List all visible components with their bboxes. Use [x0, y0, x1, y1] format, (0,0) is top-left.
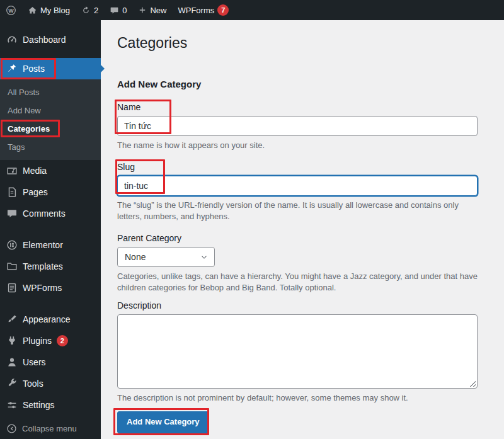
- pages-icon: [6, 186, 18, 198]
- chevron-down-icon: [200, 253, 209, 261]
- submenu-item-add-new[interactable]: Add New: [0, 101, 101, 120]
- sidebar-item-label: Tools: [23, 379, 43, 389]
- elementor-icon: [6, 239, 18, 251]
- sidebar-item-posts[interactable]: Posts: [0, 58, 101, 79]
- slug-field-group: Slug The “slug” is the URL-friendly vers…: [117, 161, 478, 222]
- description-textarea[interactable]: [117, 314, 478, 389]
- sidebar-item-label: Comments: [23, 208, 66, 219]
- settings-icon: [6, 399, 18, 411]
- page-title: Categories: [117, 33, 478, 53]
- media-icon: [6, 165, 18, 176]
- svg-text:W: W: [8, 7, 14, 13]
- sidebar-item-templates[interactable]: Templates: [0, 256, 101, 277]
- sidebar-item-elementor[interactable]: Elementor: [0, 234, 101, 256]
- submenu-item-all-posts[interactable]: All Posts: [0, 83, 101, 101]
- site-name-link[interactable]: My Blog: [22, 0, 76, 20]
- dashboard-icon: [6, 34, 18, 45]
- new-label: New: [150, 6, 166, 15]
- slug-help-text: The “slug” is the URL-friendly version o…: [117, 200, 478, 222]
- name-field-group: Name The name is how it appears on your …: [117, 101, 478, 151]
- users-icon: [6, 356, 18, 368]
- comments-count: 0: [122, 6, 127, 15]
- slug-input[interactable]: [117, 176, 478, 196]
- parent-category-selected-value: None: [125, 252, 146, 262]
- sidebar-item-tools[interactable]: Tools: [0, 373, 101, 394]
- sidebar-item-label: Templates: [23, 261, 63, 271]
- sidebar-item-label: Plugins: [23, 336, 52, 346]
- wordpress-logo-menu[interactable]: W: [0, 0, 22, 20]
- sidebar-item-media[interactable]: Media: [0, 160, 101, 181]
- sidebar-item-label: Settings: [23, 400, 55, 410]
- new-content-link[interactable]: New: [132, 0, 172, 20]
- sidebar-item-plugins[interactable]: Plugins 2: [0, 330, 101, 351]
- updates-count: 2: [94, 6, 98, 15]
- plugins-badge: 2: [57, 335, 68, 346]
- submenu-label: All Posts: [8, 88, 40, 97]
- sidebar-item-label: Users: [23, 357, 46, 367]
- parent-category-field-group: Parent Category None Categories, unlike …: [117, 232, 478, 294]
- home-icon: [28, 6, 37, 15]
- collapse-menu-label: Collapse menu: [22, 424, 77, 433]
- sidebar-item-settings[interactable]: Settings: [0, 394, 101, 416]
- appearance-icon: [6, 314, 18, 325]
- comments-icon: [6, 208, 18, 219]
- wordpress-logo-icon: W: [6, 5, 16, 16]
- add-category-heading: Add New Category: [117, 78, 478, 91]
- plus-icon: [138, 6, 147, 14]
- plugins-icon: [6, 335, 18, 346]
- sidebar-item-dashboard[interactable]: Dashboard: [0, 29, 101, 50]
- sidebar-item-label: Elementor: [23, 240, 63, 250]
- posts-submenu: All Posts Add New Categories Tags: [0, 79, 101, 160]
- wpforms-label: WPForms: [178, 6, 214, 15]
- site-name: My Blog: [40, 6, 70, 15]
- admin-sidebar: Dashboard Posts All Posts Add New Catego…: [0, 20, 101, 439]
- active-menu-arrow: [100, 64, 110, 74]
- templates-icon: [6, 261, 18, 272]
- name-input[interactable]: [117, 116, 478, 136]
- parent-category-help-text: Categories, unlike tags, can have a hier…: [117, 271, 478, 294]
- parent-category-select[interactable]: None: [117, 247, 215, 267]
- slug-label: Slug: [117, 161, 478, 173]
- sidebar-item-label: Media: [23, 166, 47, 176]
- submenu-label: Categories: [8, 124, 50, 134]
- wpforms-icon: [6, 282, 18, 294]
- description-help-text: The description is not prominent by defa…: [117, 392, 478, 404]
- comment-icon: [110, 6, 119, 15]
- main-content: Categories Add New Category Name The nam…: [101, 20, 504, 439]
- sidebar-item-label: WPForms: [23, 283, 62, 293]
- sidebar-item-label: Dashboard: [23, 35, 66, 45]
- sidebar-item-label: Posts: [23, 64, 45, 74]
- name-help-text: The name is how it appears on your site.: [117, 140, 478, 151]
- wordpress-admin: W My Blog 2 0 New WPForms 7 Dashboard: [0, 0, 504, 439]
- sidebar-item-pages[interactable]: Pages: [0, 181, 101, 203]
- name-label: Name: [117, 101, 478, 113]
- submenu-label: Add New: [8, 106, 41, 115]
- sidebar-item-wpforms[interactable]: WPForms: [0, 277, 101, 299]
- description-field-group: Description The description is not promi…: [117, 300, 478, 404]
- wpforms-badge: 7: [217, 4, 229, 16]
- sidebar-item-label: Appearance: [23, 314, 71, 324]
- submenu-item-tags[interactable]: Tags: [0, 138, 101, 156]
- sidebar-item-users[interactable]: Users: [0, 351, 101, 373]
- pin-icon: [6, 63, 18, 74]
- updates-link[interactable]: 2: [76, 0, 104, 20]
- collapse-icon: [6, 423, 17, 434]
- sidebar-item-label: Pages: [23, 187, 48, 197]
- admin-bar: W My Blog 2 0 New WPForms 7: [0, 0, 504, 20]
- add-new-category-button[interactable]: Add New Category: [117, 411, 209, 433]
- wpforms-toolbar-link[interactable]: WPForms 7: [172, 0, 234, 20]
- sidebar-item-comments[interactable]: Comments: [0, 203, 101, 224]
- update-icon: [81, 6, 91, 15]
- description-label: Description: [117, 300, 478, 311]
- submenu-item-categories[interactable]: Categories: [0, 120, 101, 138]
- tools-icon: [6, 378, 18, 389]
- parent-category-label: Parent Category: [117, 232, 478, 244]
- submenu-label: Tags: [8, 142, 25, 152]
- comments-link[interactable]: 0: [104, 0, 132, 20]
- collapse-menu-button[interactable]: Collapse menu: [0, 418, 101, 439]
- sidebar-item-appearance[interactable]: Appearance: [0, 309, 101, 330]
